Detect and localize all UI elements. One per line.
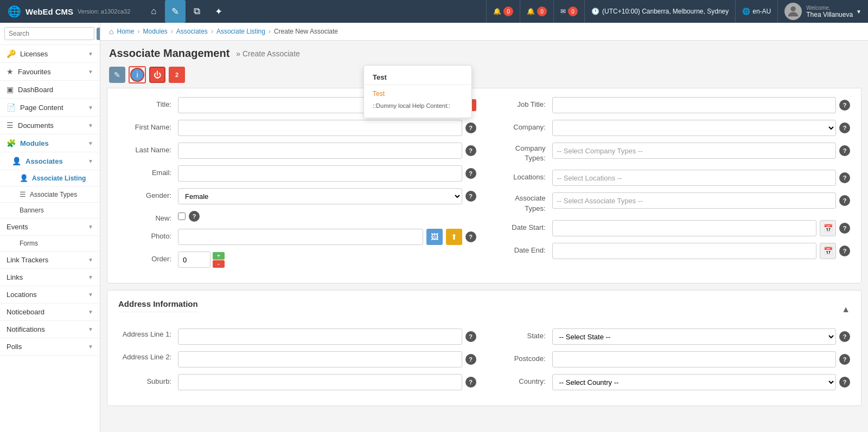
associates-arrow: ▼ <box>88 158 93 164</box>
order-input[interactable] <box>178 252 210 268</box>
modules-arrow: ▼ <box>88 140 93 146</box>
job-title-help-icon[interactable]: ? <box>839 100 850 111</box>
address-line1-input[interactable] <box>178 328 462 345</box>
email-control-wrap: ? <box>178 165 476 182</box>
locations-help-icon[interactable]: ? <box>839 172 850 183</box>
lastname-help-icon[interactable]: ? <box>465 145 476 156</box>
date-end-input[interactable] <box>552 243 817 259</box>
photo-image-btn[interactable]: 🖼 <box>426 229 443 245</box>
language-selector[interactable]: 🌐 en-AU <box>735 0 777 23</box>
address-section-header: Address Information ▲ <box>118 299 850 320</box>
date-start-calendar-btn[interactable]: 📅 <box>820 220 836 236</box>
gender-help-icon[interactable]: ? <box>465 191 476 202</box>
sidebar-item-events[interactable]: Events ▼ <box>0 218 100 236</box>
address-right-column: State: -- Select State -- ? Postcode: <box>493 328 851 397</box>
date-start-input[interactable] <box>552 220 817 236</box>
address-line2-input[interactable] <box>178 351 462 367</box>
new-help-icon[interactable]: ? <box>189 211 200 222</box>
power-toolbar-btn[interactable]: ⏻ <box>149 67 165 83</box>
company-select[interactable] <box>552 120 837 136</box>
sidebar-item-noticeboard[interactable]: Noticeboard ▼ <box>0 304 100 321</box>
notifications-btn[interactable]: 🔔 0 <box>486 0 520 23</box>
puzzle-nav-btn[interactable]: ⧉ <box>187 0 207 23</box>
state-select[interactable]: -- Select State -- <box>552 328 837 345</box>
sidebar-item-modules[interactable]: 🧩 Modules ▼ <box>0 134 100 152</box>
sidebar-item-locations[interactable]: Locations ▼ <box>0 286 100 304</box>
number-toolbar-btn[interactable]: 2 <box>169 67 185 83</box>
breadcrumb-associate-listing[interactable]: Associate Listing <box>216 28 265 35</box>
search-button[interactable]: 🔍 <box>97 28 100 40</box>
sidebar-item-page-content[interactable]: 📄 Page Content ▼ <box>0 99 100 117</box>
locations-multiselect[interactable]: -- Select Locations -- <box>552 170 837 186</box>
link-trackers-arrow: ▼ <box>88 257 93 263</box>
mail-btn[interactable]: ✉ 0 <box>553 0 584 23</box>
sidebar-item-documents[interactable]: ☰ Documents ▼ <box>0 117 100 134</box>
edit-nav-btn[interactable]: ✎ <box>165 0 186 23</box>
address-collapse-btn[interactable]: ▲ <box>841 305 850 314</box>
alerts-btn[interactable]: 🔔 0 <box>520 0 553 23</box>
address-left-column: Address Line 1: ? Address Line 2: ? <box>118 328 476 397</box>
sidebar-item-licenses[interactable]: 🔑 Licenses ▼ <box>0 45 100 63</box>
sidebar-item-polls[interactable]: Polls ▼ <box>0 338 100 356</box>
photo-help-icon[interactable]: ? <box>465 231 476 242</box>
sidebar-item-associate-types[interactable]: ☰ Associate Types <box>0 186 100 203</box>
associate-types-field: AssociateTypes: -- Select Associate Type… <box>493 192 851 213</box>
address-line2-help-icon[interactable]: ? <box>465 354 476 365</box>
sidebar-item-link-trackers[interactable]: Link Trackers ▼ <box>0 252 100 269</box>
email-input[interactable] <box>178 165 462 182</box>
sidebar-label-noticeboard: Noticeboard <box>7 308 88 316</box>
sidebar-item-dashboard[interactable]: ▣ DashBoard <box>0 81 100 99</box>
sidebar-item-favourites[interactable]: ★ Favourites ▼ <box>0 63 100 81</box>
suburb-input[interactable] <box>178 374 462 390</box>
breadcrumb-modules[interactable]: Modules <box>143 28 167 35</box>
state-help-icon[interactable]: ? <box>839 331 850 342</box>
country-field: Country: -- Select Country -- ? <box>493 374 851 390</box>
job-title-input[interactable] <box>552 97 837 113</box>
sidebar-item-associate-listing[interactable]: 👤 Associate Listing <box>0 170 100 186</box>
firstname-control-wrap: ? <box>178 120 476 136</box>
country-help-icon[interactable]: ? <box>839 377 850 388</box>
gender-select[interactable]: Female Male Other <box>178 188 462 204</box>
company-help-icon[interactable]: ? <box>839 122 850 133</box>
info-toolbar-btn[interactable]: i <box>130 68 144 82</box>
cog-nav-btn[interactable]: ✦ <box>208 0 229 23</box>
postcode-input[interactable] <box>552 351 837 367</box>
sidebar-label-events: Events <box>7 223 88 231</box>
suburb-help-icon[interactable]: ? <box>465 377 476 388</box>
photo-input[interactable] <box>178 229 423 245</box>
sidebar-item-banners[interactable]: Banners <box>0 203 100 218</box>
edit-toolbar-btn[interactable]: ✎ <box>109 67 125 83</box>
stepper-plus-btn[interactable]: + <box>213 252 225 260</box>
date-end-calendar-btn[interactable]: 📅 <box>820 243 836 259</box>
breadcrumb-home[interactable]: Home <box>117 28 134 35</box>
sidebar-item-notifications[interactable]: Notifications ▼ <box>0 321 100 338</box>
search-input[interactable] <box>4 27 94 40</box>
lastname-input[interactable] <box>178 143 462 159</box>
main-content: ⌂ Home › Modules › Associates › Associat… <box>100 23 868 432</box>
firstname-help-icon[interactable]: ? <box>465 122 476 133</box>
firstname-input[interactable] <box>178 120 462 136</box>
breadcrumb-associates[interactable]: Associates <box>176 28 208 35</box>
app-version: Version: a1302ca32 <box>78 8 130 15</box>
home-nav-btn[interactable]: ⌂ <box>143 0 164 23</box>
company-types-help-icon[interactable]: ? <box>839 145 850 156</box>
suburb-control-wrap: ? <box>178 374 476 390</box>
email-help-icon[interactable]: ? <box>465 168 476 179</box>
sidebar-item-associates[interactable]: 👤 Associates ▼ <box>0 152 100 170</box>
date-end-help-icon[interactable]: ? <box>839 246 850 256</box>
country-select[interactable]: -- Select Country -- <box>552 374 837 390</box>
locations-control-wrap: -- Select Locations -- ? <box>552 170 851 186</box>
photo-upload-btn[interactable]: ⬆ <box>446 229 462 245</box>
user-menu[interactable]: Welcome, Thea Villanueva ▼ <box>777 0 868 23</box>
dropdown-item[interactable]: Test <box>364 87 471 100</box>
stepper-minus-btn[interactable]: - <box>213 260 225 268</box>
sidebar-item-links[interactable]: Links ▼ <box>0 269 100 286</box>
address-line1-help-icon[interactable]: ? <box>465 331 476 342</box>
company-types-multiselect[interactable]: -- Select Company Types -- <box>552 143 837 159</box>
associate-types-help-icon[interactable]: ? <box>839 195 850 206</box>
postcode-help-icon[interactable]: ? <box>839 354 850 365</box>
new-checkbox[interactable] <box>178 212 186 220</box>
date-start-help-icon[interactable]: ? <box>839 223 850 234</box>
sidebar-item-forms[interactable]: Forms <box>0 236 100 252</box>
associate-types-multiselect[interactable]: -- Select Associate Types -- <box>552 192 837 209</box>
